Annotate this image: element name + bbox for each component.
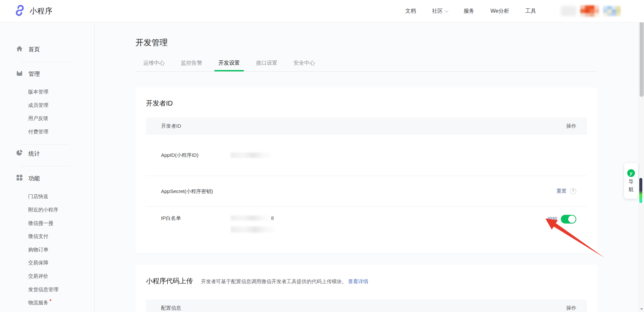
edit-button[interactable]: 编辑 [547, 216, 557, 223]
appsecret-label: AppSecret(小程序密钥) [161, 188, 231, 195]
tab-ops-center[interactable]: 运维中心 [143, 56, 165, 71]
app-header: 小程序 文档 社区 服务 We分析 工具 [0, 0, 644, 22]
nav-docs[interactable]: 文档 [405, 8, 416, 15]
new-badge-dot [50, 299, 51, 301]
sidebar-item-trade-review[interactable]: 交易评价 [0, 269, 94, 283]
sidebar-divider [21, 166, 70, 167]
nav-widget-icon: y [627, 169, 635, 177]
sidebar-item-wechat-search[interactable]: 微信搜一搜 [0, 216, 94, 230]
sidebar-divider [21, 144, 70, 145]
appid-value-masked [231, 152, 271, 158]
header-nav: 文档 社区 服务 We分析 工具 [405, 5, 621, 17]
ip-whitelist-values: 8 [231, 215, 275, 233]
sidebar-item-trade-guarantee[interactable]: 交易保障 [0, 256, 94, 269]
sidebar-item-manage[interactable]: 管理 [0, 65, 94, 82]
tab-bar: 运维中心 监控告警 开发设置 接口设置 安全中心 [136, 56, 597, 72]
column-developer-id: 开发者ID [161, 123, 181, 129]
sidebar-group-features-items: 门店快送 附近的小程序 微信搜一搜 微信支付 购物订单 交易保障 交易评价 发货… [0, 190, 94, 309]
sidebar-item-features[interactable]: 功能 [0, 170, 94, 186]
grid-icon [16, 174, 23, 183]
column-config-info: 配置信息 [161, 305, 181, 311]
avatar[interactable] [580, 5, 599, 17]
scroll-down-arrow-icon[interactable] [640, 308, 643, 310]
sidebar: 首页 管理 版本管理 成员管理 用户反馈 付费管理 统计 [0, 22, 95, 312]
view-details-link[interactable]: 查看详情 [348, 278, 368, 285]
code-upload-description: 开发者可基于配置信息调用微信开发者工具提供的代码上传模块。 [201, 278, 347, 285]
sidebar-item-members[interactable]: 成员管理 [0, 99, 94, 112]
sidebar-item-version[interactable]: 版本管理 [0, 85, 94, 99]
chevron-down-icon [445, 9, 448, 12]
pie-chart-icon [16, 149, 23, 158]
main-content: 开发管理 运维中心 监控告警 开发设置 接口设置 安全中心 开发者ID 开发者I… [95, 22, 598, 312]
account-area [561, 5, 621, 17]
table-row-appsecret: AppSecret(小程序密钥) 重置 ? [146, 176, 587, 206]
sidebar-group-manage-items: 版本管理 成员管理 用户反馈 付费管理 [0, 85, 94, 138]
developer-id-title: 开发者ID [146, 87, 587, 108]
table-row-appid: AppID(小程序ID) [146, 135, 587, 176]
floating-nav-widget[interactable]: y 导 航 [624, 163, 638, 199]
home-icon [16, 45, 23, 54]
miniprogram-logo-icon [13, 4, 26, 18]
reset-button[interactable]: 重置 [556, 188, 567, 194]
sidebar-item-home[interactable]: 首页 [0, 41, 94, 58]
appid-label: AppID(小程序ID) [161, 152, 231, 159]
page-title: 开发管理 [136, 37, 598, 48]
column-actions: 操作 [566, 123, 576, 129]
nav-community[interactable]: 社区 [432, 8, 447, 15]
sidebar-divider [21, 62, 70, 62]
config-table-header: 配置信息 操作 [146, 300, 587, 312]
miniprogram-logo[interactable]: 小程序 [13, 4, 53, 18]
logo-text: 小程序 [30, 6, 53, 16]
inbox-icon [16, 70, 23, 78]
scrollbar-track[interactable] [639, 0, 644, 312]
sidebar-item-feedback[interactable]: 用户反馈 [0, 112, 94, 125]
sidebar-item-payment-manage[interactable]: 付费管理 [0, 125, 94, 138]
scroll-progress-indicator [639, 178, 642, 203]
avatar[interactable] [603, 6, 621, 16]
account-blob-blurred [561, 6, 576, 16]
column-actions: 操作 [566, 305, 576, 311]
nav-we-analytics[interactable]: We分析 [490, 8, 509, 15]
nav-services[interactable]: 服务 [464, 8, 474, 15]
tab-api-settings[interactable]: 接口设置 [256, 56, 277, 71]
developer-id-card: 开发者ID 开发者ID 操作 AppID(小程序ID) AppSecret(小程… [136, 87, 597, 253]
nav-tools[interactable]: 工具 [525, 8, 536, 15]
nav-widget-label: 航 [629, 186, 634, 192]
sidebar-item-shopping-orders[interactable]: 购物订单 [0, 243, 94, 256]
tab-dev-settings[interactable]: 开发设置 [218, 56, 240, 71]
developer-table-header: 开发者ID 操作 [146, 118, 587, 135]
table-row-ip-whitelist: IP白名单 8 编辑 [146, 206, 587, 253]
ip-visible-tail: 8 [271, 215, 274, 221]
help-icon[interactable]: ? [570, 188, 576, 194]
sidebar-item-store-delivery[interactable]: 门店快送 [0, 190, 94, 203]
sidebar-item-shipping-info[interactable]: 发货信息管理 [0, 283, 94, 296]
sidebar-item-statistics[interactable]: 统计 [0, 145, 94, 162]
ip-value-masked [231, 227, 275, 233]
tab-monitor-alert[interactable]: 监控告警 [181, 56, 202, 71]
ip-whitelist-toggle-on[interactable] [561, 215, 576, 224]
sidebar-item-logistics[interactable]: 物流服务 [0, 296, 94, 309]
nav-widget-label: 导 [629, 179, 634, 185]
sidebar-item-nearby[interactable]: 附近的小程序 [0, 203, 94, 216]
ip-value-masked [231, 215, 270, 221]
code-upload-title-row: 小程序代码上传 开发者可基于配置信息调用微信开发者工具提供的代码上传模块。 查看… [146, 265, 587, 286]
code-upload-title: 小程序代码上传 [146, 276, 193, 286]
ip-whitelist-label: IP白名单 [161, 215, 231, 222]
ip-line-1: 8 [231, 215, 275, 221]
tab-security-center[interactable]: 安全中心 [293, 56, 315, 71]
code-upload-card: 小程序代码上传 开发者可基于配置信息调用微信开发者工具提供的代码上传模块。 查看… [136, 265, 597, 312]
sidebar-item-wechat-pay[interactable]: 微信支付 [0, 230, 94, 243]
